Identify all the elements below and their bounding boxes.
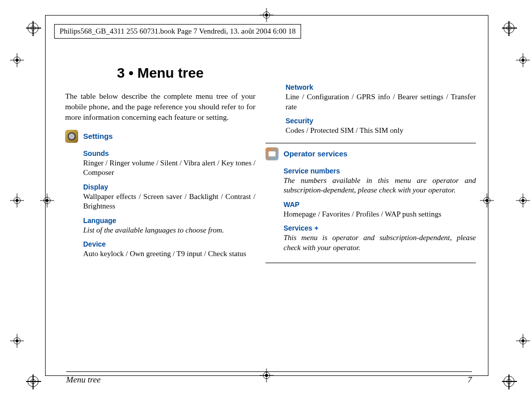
registration-mark-icon: [503, 376, 514, 387]
operator-section: Operator services Service numbers The nu…: [265, 147, 476, 256]
crosshair-icon: [10, 53, 24, 67]
security-heading: Security: [286, 117, 476, 125]
device-desc: Auto keylock / Own greeting / T9 input /…: [83, 249, 255, 259]
crosshair-icon: [516, 193, 530, 208]
crosshair-icon: [480, 193, 494, 208]
operator-heading: Operator services: [284, 149, 476, 158]
crosshair-icon: [10, 193, 24, 208]
wap-desc: Homepage / Favorites / Profiles / WAP pu…: [284, 210, 476, 220]
settings-heading: Settings: [83, 132, 255, 140]
footer-section-name: Menu tree: [66, 375, 101, 385]
crosshair-icon: [10, 334, 24, 348]
page-title: 3 • Menu tree: [65, 65, 255, 81]
registration-mark-icon: [28, 23, 39, 34]
sounds-desc: Ringer / Ringer volume / Silent / Vibra …: [83, 158, 255, 178]
registration-mark-icon: [503, 23, 514, 34]
service-numbers-desc: The numbers available in this menu are o…: [284, 176, 476, 195]
services-plus-desc: This menu is operator and subscription-d…: [284, 233, 476, 253]
device-heading: Device: [83, 240, 255, 248]
footer-page-number: 7: [468, 375, 472, 385]
crosshair-icon: [40, 193, 54, 208]
language-desc: List of the available languages to choos…: [83, 226, 255, 236]
network-heading: Network: [286, 83, 476, 91]
sounds-heading: Sounds: [83, 149, 255, 157]
divider: [265, 143, 476, 143]
operator-services-icon: [265, 147, 279, 160]
settings-section: Settings Sounds Ringer / Ringer volume /…: [65, 130, 255, 262]
language-heading: Language: [83, 217, 255, 225]
crosshair-icon: [516, 53, 530, 67]
network-desc: Line / Configuration / GPRS info / Beare…: [286, 92, 476, 112]
services-plus-heading: Services +: [284, 224, 476, 232]
security-desc: Codes / Protected SIM / This SIM only: [286, 126, 476, 136]
crosshair-icon: [259, 8, 274, 22]
page-footer: Menu tree 7: [66, 371, 472, 385]
registration-mark-icon: [28, 376, 39, 387]
content-area: 3 • Menu tree The table below describe t…: [65, 65, 476, 267]
print-header-stamp: Philips568_GB_4311 255 60731.book Page 7…: [54, 24, 301, 39]
display-desc: Wallpaper effects / Screen saver / Backl…: [83, 192, 255, 212]
intro-text: The table below describe the complete me…: [65, 91, 255, 123]
left-column: 3 • Menu tree The table below describe t…: [65, 65, 255, 267]
right-column: Network Line / Configuration / GPRS info…: [286, 65, 476, 267]
wap-heading: WAP: [284, 200, 476, 209]
settings-icon: [65, 130, 78, 143]
divider: [265, 263, 476, 263]
service-numbers-heading: Service numbers: [284, 167, 476, 175]
crosshair-icon: [516, 334, 530, 348]
display-heading: Display: [83, 183, 255, 191]
